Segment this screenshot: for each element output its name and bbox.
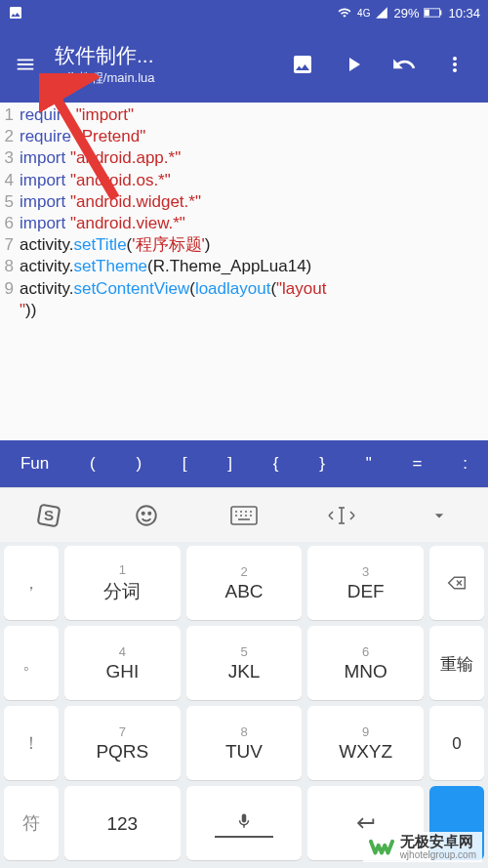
- code-line: require "import": [20, 104, 488, 126]
- watermark-url: wjhotelgroup.com: [400, 849, 476, 860]
- symbol-lbrace[interactable]: {: [273, 454, 279, 474]
- image-button[interactable]: [289, 51, 316, 78]
- title-block: 软件制作... ...作教程/main.lua: [55, 42, 289, 87]
- line-gutter: 123456789: [0, 103, 16, 440]
- code-area[interactable]: require "import"require "Pretend"import …: [16, 103, 488, 440]
- key-重输[interactable]: 重输: [429, 626, 484, 700]
- app-bar: 软件制作... ...作教程/main.lua: [0, 25, 488, 103]
- symbol-fun[interactable]: Fun: [20, 454, 49, 474]
- hamburger-icon: [15, 54, 36, 75]
- cursor-button[interactable]: [326, 500, 357, 531]
- code-line: activity.setTitle('程序标题'): [20, 234, 488, 256]
- svg-rect-2: [440, 11, 442, 16]
- key-tuv[interactable]: 8TUV: [186, 706, 303, 780]
- collapse-button[interactable]: [424, 500, 455, 531]
- app-title: 软件制作...: [55, 42, 289, 69]
- ime-logo-button[interactable]: S: [33, 500, 64, 531]
- code-editor[interactable]: 123456789 require "import"require "Prete…: [0, 103, 488, 440]
- key-punct[interactable]: 。: [4, 626, 59, 700]
- cursor-move-icon: [327, 505, 356, 526]
- symbol-rparen[interactable]: ): [136, 454, 142, 474]
- keyboard: ，1分词2ABC3DEF。4GHI5JKL6MNO重输！7PQRS8TUV9WX…: [0, 542, 488, 868]
- key-def[interactable]: 3DEF: [307, 546, 424, 620]
- network-label: 4G: [357, 8, 370, 19]
- undo-icon: [391, 52, 417, 77]
- key-punct[interactable]: ，: [4, 546, 59, 620]
- key-punct[interactable]: 符: [4, 786, 59, 860]
- svg-rect-1: [425, 10, 429, 17]
- code-line: import "android.view.*": [20, 213, 488, 234]
- play-icon: [342, 53, 365, 76]
- symbol-quote[interactable]: ": [366, 454, 372, 474]
- symbol-equals[interactable]: =: [413, 454, 423, 474]
- signal-icon: [375, 6, 388, 20]
- key-mno[interactable]: 6MNO: [307, 626, 424, 700]
- symbol-rbracket[interactable]: ]: [227, 454, 232, 474]
- more-icon: [443, 53, 467, 76]
- key-pqrs[interactable]: 7PQRS: [64, 706, 181, 780]
- code-line: require "Pretend": [20, 126, 488, 147]
- code-line: import "android.widget.*": [20, 191, 488, 213]
- watermark: 无极安卓网 wjhotelgroup.com: [363, 832, 482, 863]
- key-backspace[interactable]: [429, 546, 484, 620]
- clock: 10:34: [448, 6, 480, 21]
- key-123[interactable]: 123: [64, 786, 181, 860]
- svg-point-8: [142, 512, 144, 514]
- battery-percent: 29%: [393, 6, 419, 21]
- symbol-bar: Fun ( ) [ ] { } " = :: [0, 440, 488, 487]
- menu-button[interactable]: [8, 47, 43, 82]
- image-icon: [291, 53, 314, 76]
- watermark-logo-icon: [369, 834, 394, 859]
- app-subtitle: ...作教程/main.lua: [55, 69, 289, 87]
- symbol-colon[interactable]: :: [463, 454, 468, 474]
- symbol-lparen[interactable]: (: [90, 454, 96, 474]
- key-abc[interactable]: 2ABC: [186, 546, 303, 620]
- mic-icon: [235, 809, 253, 833]
- keyboard-icon: [230, 506, 258, 525]
- key-wxyz[interactable]: 9WXYZ: [307, 706, 424, 780]
- wifi-icon: [337, 6, 352, 20]
- picture-icon: [8, 5, 23, 21]
- emoji-button[interactable]: [131, 500, 162, 531]
- sogou-icon: S: [36, 503, 61, 528]
- key-jkl[interactable]: 5JKL: [186, 626, 303, 700]
- watermark-title: 无极安卓网: [400, 834, 476, 850]
- key-space[interactable]: [186, 786, 303, 860]
- svg-point-9: [148, 512, 150, 514]
- run-button[interactable]: [340, 51, 367, 78]
- overflow-button[interactable]: [441, 51, 468, 78]
- key-ghi[interactable]: 4GHI: [64, 626, 181, 700]
- symbol-lbracket[interactable]: [: [183, 454, 187, 474]
- emoji-icon: [134, 503, 159, 528]
- symbol-rbrace[interactable]: }: [319, 454, 325, 474]
- svg-rect-10: [231, 507, 257, 524]
- undo-button[interactable]: [390, 51, 418, 78]
- code-line: import "android.app.*": [20, 147, 488, 169]
- chevron-down-icon: [429, 506, 449, 525]
- code-line: activity.setTheme(R.Theme_AppLua14): [20, 256, 488, 277]
- code-line: import "android.os.*": [20, 170, 488, 191]
- ime-toolbar: S: [0, 487, 488, 542]
- svg-point-7: [137, 506, 156, 525]
- code-line: ")): [20, 300, 488, 321]
- backspace-icon: [443, 573, 470, 593]
- key-0[interactable]: 0: [429, 706, 484, 780]
- key-分词[interactable]: 1分词: [64, 546, 181, 620]
- keyboard-switch-button[interactable]: [228, 500, 260, 531]
- code-line: activity.setContentView(loadlayout("layo…: [20, 278, 488, 300]
- status-bar: 4G 29% 10:34: [0, 0, 488, 25]
- key-punct[interactable]: ！: [4, 706, 59, 780]
- svg-text:S: S: [44, 507, 54, 523]
- battery-icon: [424, 7, 443, 19]
